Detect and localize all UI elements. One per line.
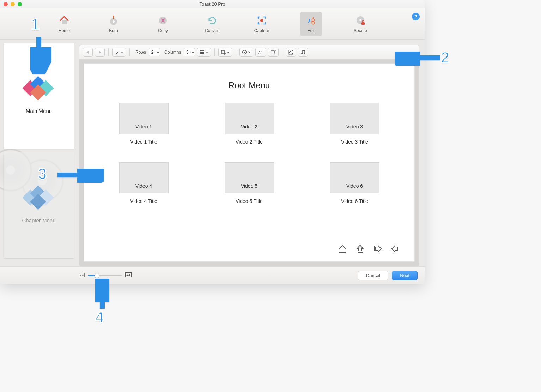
music-button[interactable]: [298, 48, 308, 57]
main-menu-label: Main Menu: [26, 108, 52, 114]
font-button[interactable]: A+: [255, 48, 266, 57]
next-button[interactable]: Next: [392, 271, 418, 280]
chapter-menu-label: Chapter Menu: [22, 217, 55, 223]
svg-text:+: +: [261, 50, 262, 53]
prev-nav-icon[interactable]: [390, 244, 400, 255]
columns-label: Columns: [164, 50, 181, 55]
home-icon: [59, 15, 70, 26]
edit-dropdown[interactable]: [112, 48, 126, 57]
next-nav-icon[interactable]: [373, 244, 383, 255]
svg-rect-14: [201, 52, 204, 53]
main-menu-card[interactable]: Main Menu: [4, 43, 74, 149]
video-title[interactable]: Video 3 Title: [341, 139, 368, 145]
svg-rect-16: [201, 53, 204, 54]
editor-area: Rows 2 Columns 3 A+ + Root Menu: [79, 45, 419, 266]
video-thumb[interactable]: Video 2: [225, 103, 274, 134]
video-title[interactable]: Video 5 Title: [236, 198, 263, 204]
video-cell[interactable]: Video 3 Video 3 Title: [323, 103, 386, 145]
svg-rect-29: [126, 272, 132, 277]
texture-button[interactable]: [286, 48, 296, 57]
columns-stepper[interactable]: 3: [184, 48, 195, 56]
video-thumb[interactable]: Video 4: [119, 162, 169, 193]
toolbar-label: Capture: [254, 28, 269, 33]
svg-text:+: +: [274, 50, 276, 52]
home-nav-icon[interactable]: [338, 244, 347, 255]
svg-point-13: [200, 52, 201, 53]
toolbar-label: Edit: [308, 28, 315, 33]
svg-rect-12: [201, 50, 204, 51]
svg-point-11: [200, 50, 201, 52]
svg-point-7: [312, 22, 315, 24]
video-thumb[interactable]: Video 6: [330, 162, 379, 193]
video-thumb[interactable]: Video 1: [119, 103, 169, 134]
toolbar-capture[interactable]: Capture: [251, 12, 272, 36]
target-dropdown[interactable]: [239, 48, 253, 57]
content-area: Main Menu Chapter Menu Rows 2 Columns 3: [0, 40, 425, 266]
video-title[interactable]: Video 6 Title: [341, 198, 368, 204]
video-cell[interactable]: Video 2 Video 2 Title: [218, 103, 281, 145]
video-title[interactable]: Video 2 Title: [236, 139, 263, 145]
zoom-slider[interactable]: [88, 275, 122, 276]
callout-4: 4: [95, 309, 104, 326]
app-window: Toast 20 Pro Home Burn Copy Convert: [0, 0, 425, 284]
add-text-button[interactable]: +: [268, 48, 279, 57]
main-toolbar: Home Burn Copy Convert Capture: [0, 8, 425, 40]
toolbar-home[interactable]: Home: [54, 12, 75, 36]
toolbar-copy[interactable]: Copy: [152, 12, 174, 36]
svg-rect-10: [361, 22, 365, 25]
up-nav-icon[interactable]: [355, 244, 365, 255]
toolbar-label: Burn: [109, 28, 118, 33]
toolbar-burn[interactable]: Burn: [103, 12, 124, 36]
list-dropdown[interactable]: [197, 48, 211, 57]
window-title: Toast 20 Pro: [0, 1, 425, 7]
svg-point-9: [359, 19, 361, 21]
video-title[interactable]: Video 4 Title: [130, 198, 157, 204]
toolbar-label: Convert: [205, 28, 220, 33]
toolbar-label: Home: [59, 28, 70, 33]
capture-icon: [256, 15, 267, 26]
video-grid: Video 1 Video 1 Title Video 2 Video 2 Ti…: [84, 103, 414, 204]
svg-point-15: [200, 53, 201, 54]
cancel-button[interactable]: Cancel: [358, 271, 388, 280]
video-cell[interactable]: Video 1 Video 1 Title: [112, 103, 175, 145]
svg-point-5: [260, 19, 263, 22]
video-thumb[interactable]: Video 5: [225, 162, 274, 193]
redo-button[interactable]: [95, 48, 105, 57]
main-menu-icon: [25, 78, 53, 98]
svg-rect-28: [79, 273, 85, 277]
canvas-frame: Root Menu Video 1 Video 1 Title Video 2 …: [79, 60, 419, 266]
toolbar-edit[interactable]: Edit: [300, 12, 322, 36]
svg-point-25: [304, 53, 305, 54]
svg-text:A: A: [258, 50, 261, 55]
toolbar-label: Secure: [354, 28, 367, 33]
help-icon: ?: [414, 14, 418, 19]
svg-point-24: [301, 53, 303, 54]
titlebar: Toast 20 Pro: [0, 0, 425, 8]
callout-2: 2: [441, 49, 449, 66]
chapter-menu-card[interactable]: Chapter Menu: [4, 152, 74, 258]
svg-point-2: [113, 20, 115, 23]
toolbar-label: Copy: [158, 28, 168, 33]
svg-rect-0: [62, 20, 67, 24]
svg-point-18: [244, 52, 245, 53]
video-cell[interactable]: Video 4 Video 4 Title: [112, 162, 175, 204]
crop-dropdown[interactable]: [218, 48, 232, 57]
burn-icon: [108, 15, 119, 26]
menu-sidebar: Main Menu Chapter Menu: [0, 40, 78, 266]
undo-button[interactable]: [83, 48, 93, 57]
toolbar-convert[interactable]: Convert: [202, 12, 223, 36]
toolbar-secure[interactable]: Secure: [350, 12, 371, 36]
rows-label: Rows: [135, 50, 146, 55]
video-cell[interactable]: Video 5 Video 5 Title: [218, 162, 281, 204]
copy-icon: [157, 15, 169, 26]
help-button[interactable]: ?: [412, 13, 420, 20]
video-title[interactable]: Video 1 Title: [130, 139, 157, 145]
menu-canvas[interactable]: Root Menu Video 1 Video 1 Title Video 2 …: [84, 63, 415, 262]
convert-icon: [207, 15, 218, 26]
video-thumb[interactable]: Video 3: [330, 103, 379, 134]
nav-icons: [338, 244, 400, 255]
svg-point-6: [312, 19, 315, 21]
video-cell[interactable]: Video 6 Video 6 Title: [323, 162, 386, 204]
rows-stepper[interactable]: 2: [149, 48, 160, 56]
canvas-title[interactable]: Root Menu: [84, 80, 414, 90]
